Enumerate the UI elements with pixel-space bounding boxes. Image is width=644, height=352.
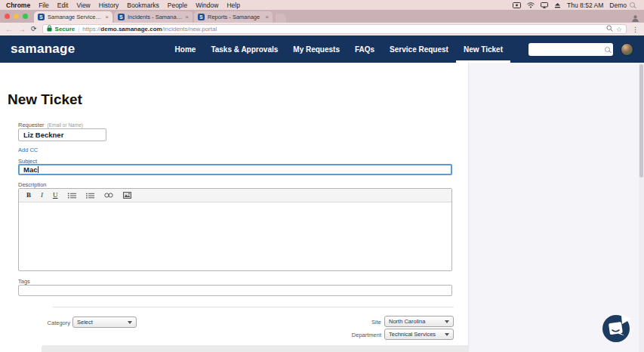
zoom-level-icon[interactable] <box>606 25 613 33</box>
chat-widget-button[interactable] <box>601 313 633 344</box>
site-select[interactable]: North Carolina <box>384 316 454 327</box>
eject-icon[interactable] <box>554 2 561 8</box>
new-tab-button[interactable] <box>276 14 286 23</box>
tab-reports[interactable]: S Reports - Samanage × <box>194 11 273 23</box>
samanage-favicon: S <box>38 14 45 20</box>
address-bar[interactable]: Secure | https://demo.samanage.com/incid… <box>42 24 627 34</box>
menu-edit[interactable]: Edit <box>57 2 69 9</box>
tab-title: Samanage Service Desk <box>48 14 102 20</box>
ordered-list-icon[interactable] <box>68 193 76 199</box>
category-value: Select <box>77 319 93 326</box>
text-caret <box>38 166 39 173</box>
site-value: North Carolina <box>389 318 425 325</box>
menu-window[interactable]: Window <box>196 2 218 9</box>
underline-button[interactable]: U <box>53 192 58 199</box>
samanage-navbar: samanage Home Tasks & Approvals My Reque… <box>0 36 644 63</box>
url-host: demo.samanage.com <box>100 26 162 32</box>
nav-item-faqs[interactable]: FAQs <box>347 36 382 63</box>
requester-input[interactable] <box>18 128 106 141</box>
search-icon <box>605 47 610 52</box>
image-icon[interactable] <box>123 192 131 199</box>
menu-history[interactable]: History <box>99 2 119 9</box>
nav-item-my-requests[interactable]: My Requests <box>285 36 347 63</box>
nav-item-new-ticket[interactable]: New Ticket <box>456 36 510 63</box>
nav-item-service-request[interactable]: Service Request <box>382 36 456 63</box>
window-controls <box>5 14 28 19</box>
page-background-panel <box>468 63 639 352</box>
airplay-icon[interactable] <box>541 2 548 8</box>
screen-record-icon[interactable] <box>513 2 521 8</box>
department-select[interactable]: Technical Services <box>384 329 454 340</box>
department-label: Department <box>325 332 381 338</box>
tab-title: Incidents - Samanage <box>128 14 182 20</box>
menu-file[interactable]: File <box>39 2 49 9</box>
chrome-menu-icon[interactable]: ⋮ <box>632 26 639 33</box>
back-icon[interactable]: ← <box>5 26 13 33</box>
description-textarea[interactable] <box>19 202 451 271</box>
tab-samanage-service-desk[interactable]: S Samanage Service Desk × <box>34 11 112 23</box>
menubar-user[interactable]: Demo <box>609 2 627 9</box>
subject-input[interactable]: Mac <box>18 164 452 175</box>
samanage-logo[interactable]: samanage <box>11 42 75 57</box>
forward-icon[interactable]: → <box>18 26 26 33</box>
dropdown-caret-icon <box>128 321 132 324</box>
menu-bookmarks[interactable]: Bookmarks <box>127 2 159 9</box>
menu-people[interactable]: People <box>168 2 187 9</box>
minimize-window-button[interactable] <box>14 14 19 19</box>
add-cc-link[interactable]: Add CC <box>18 147 38 153</box>
description-editor[interactable]: B I U <box>18 188 452 271</box>
chat-bubble-icon <box>601 313 633 344</box>
menu-view[interactable]: View <box>76 2 90 9</box>
samanage-favicon: S <box>118 14 125 20</box>
url-scheme: https:// <box>82 26 100 32</box>
browser-toolbar: ← → ⟳ Secure | https://demo.samanage.com… <box>0 23 644 36</box>
padlock-icon <box>47 25 52 33</box>
spotlight-search-icon[interactable] <box>630 2 635 8</box>
macos-menubar: Chrome File Edit View History Bookmarks … <box>0 0 644 10</box>
omnibox-separator: | <box>78 26 79 32</box>
user-avatar[interactable] <box>621 43 633 56</box>
link-icon[interactable] <box>104 193 113 198</box>
chrome-profile-icon[interactable] <box>631 12 639 26</box>
bullet-list-icon[interactable] <box>86 193 94 199</box>
page-scrollbar[interactable] <box>639 63 644 352</box>
close-window-button[interactable] <box>5 14 10 19</box>
category-label: Category <box>18 320 70 326</box>
page-url: https://demo.samanage.com/incidents/new.… <box>82 26 217 32</box>
menubar-clock[interactable]: Thu 8:52 AM <box>567 2 603 9</box>
tags-input[interactable] <box>18 285 452 296</box>
samanage-favicon: S <box>198 14 205 20</box>
reload-icon[interactable]: ⟳ <box>31 26 37 32</box>
menu-help[interactable]: Help <box>226 2 239 9</box>
subject-value: Mac <box>23 165 37 174</box>
attachments-section-edge <box>42 345 469 352</box>
dropdown-caret-icon <box>445 320 449 323</box>
primary-nav: Home Tasks & Approvals My Requests FAQs … <box>168 36 510 63</box>
department-value: Technical Services <box>389 331 436 338</box>
portal-search-input[interactable] <box>528 43 613 56</box>
nav-item-home[interactable]: Home <box>168 36 204 63</box>
editor-toolbar: B I U <box>19 189 451 202</box>
nav-item-tasks-approvals[interactable]: Tasks & Approvals <box>203 36 285 63</box>
portal-search[interactable] <box>528 43 613 56</box>
tab-title: Reports - Samanage <box>208 14 262 20</box>
requester-label: Requester(Email or Name) <box>18 122 83 128</box>
bold-button[interactable]: B <box>26 192 31 199</box>
tab-close-icon[interactable]: × <box>105 14 109 20</box>
bookmark-star-icon[interactable]: ☆ <box>616 26 622 33</box>
description-label: Description <box>18 181 47 188</box>
category-select[interactable]: Select <box>72 316 137 328</box>
tab-close-icon[interactable]: × <box>265 14 269 20</box>
tab-incidents[interactable]: S Incidents - Samanage × <box>114 11 193 23</box>
italic-button[interactable]: I <box>41 192 43 199</box>
site-label: Site <box>325 319 381 326</box>
zoom-window-button[interactable] <box>23 14 28 19</box>
scrollbar-thumb[interactable] <box>639 64 643 178</box>
tab-close-icon[interactable]: × <box>185 14 189 20</box>
requester-label-text: Requester <box>18 122 45 128</box>
wifi-icon[interactable] <box>527 2 535 8</box>
dropdown-caret-icon <box>445 333 449 336</box>
menu-chrome[interactable]: Chrome <box>6 2 30 9</box>
secure-label: Secure <box>55 26 75 32</box>
section-divider <box>53 307 454 307</box>
